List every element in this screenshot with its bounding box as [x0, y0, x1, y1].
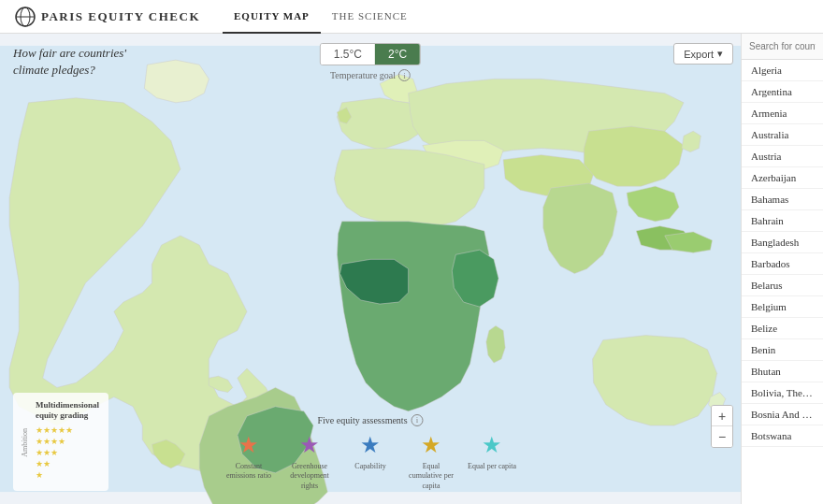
- legend-row-2: ★★: [36, 459, 99, 468]
- legend-row-5: ★★★★★: [36, 425, 99, 435]
- equity-star-purple: ★: [299, 432, 320, 458]
- page-title: How fair are countries' climate pledges?: [13, 45, 126, 79]
- list-item[interactable]: Bangladesh: [742, 232, 823, 253]
- temp-1-5-button[interactable]: 1.5°C: [321, 44, 375, 65]
- logo: PARIS EQUITY CHECK: [15, 7, 200, 27]
- legend-row-3: ★★★: [36, 448, 99, 457]
- list-item[interactable]: Algeria: [742, 60, 823, 81]
- equity-info-icon[interactable]: i: [412, 414, 424, 426]
- chevron-down-icon: ▾: [717, 48, 723, 60]
- equity-title: Five equity assessments i: [224, 414, 518, 426]
- equity-star-blue: ★: [360, 432, 381, 458]
- star-icon: ★★: [36, 459, 51, 468]
- list-item[interactable]: Austria: [742, 146, 823, 167]
- title-area: How fair are countries' climate pledges?: [13, 45, 126, 79]
- star-icon: ★★★: [36, 448, 58, 457]
- legend-row-1: ★: [36, 470, 99, 480]
- list-item[interactable]: Bahrain: [742, 210, 823, 232]
- main-content: How fair are countries' climate pledges?…: [0, 34, 823, 504]
- export-button[interactable]: Export ▾: [673, 43, 733, 65]
- temp-button-group: 1.5°C 2°C: [320, 43, 421, 65]
- sidebar: Algeria Argentina Armenia Australia Aust…: [741, 34, 823, 504]
- list-item[interactable]: Botswana: [742, 425, 823, 447]
- list-item[interactable]: Belgium: [742, 296, 823, 318]
- list-item[interactable]: Azerbaijan: [742, 167, 823, 189]
- equity-star-orange: ★: [238, 432, 259, 458]
- equity-label-capability: Capability: [354, 462, 385, 471]
- list-item[interactable]: Benin: [742, 339, 823, 361]
- equity-icons: ★ Constant emissions ratio ★ Greenhouse …: [224, 432, 518, 491]
- equity-label-per-capita: Equal per capita: [468, 462, 516, 471]
- equity-item-greenhouse: ★ Greenhouse development rights: [284, 432, 336, 491]
- legend-row-4: ★★★★: [36, 437, 99, 446]
- list-item[interactable]: Argentina: [742, 81, 823, 103]
- list-item[interactable]: Australia: [742, 124, 823, 146]
- list-item[interactable]: Belarus: [742, 275, 823, 296]
- star-icon: ★★★★★: [36, 425, 73, 435]
- equity-label-cumulative: Equal cumulative per capita: [406, 462, 457, 491]
- logo-icon: [15, 7, 36, 27]
- equity-star-gold: ★: [421, 432, 441, 458]
- temp-2-button[interactable]: 2°C: [375, 44, 420, 65]
- legend-stars: ★★★★★ ★★★★ ★★★ ★★ ★: [36, 425, 99, 480]
- equity-section: Five equity assessments i ★ Constant emi…: [224, 414, 518, 491]
- equity-item-cumulative: ★ Equal cumulative per capita: [406, 432, 457, 491]
- equity-item-capability: ★ Capability: [345, 432, 397, 471]
- equity-label-constant: Constant emissions ratio: [224, 462, 275, 482]
- list-item[interactable]: Armenia: [742, 103, 823, 124]
- list-item[interactable]: Bahamas: [742, 189, 823, 210]
- temperature-controls: 1.5°C 2°C Temperature goal i: [320, 43, 421, 81]
- list-item[interactable]: Barbados: [742, 253, 823, 275]
- legend: Ambition Multidimensionalequity grading …: [13, 393, 108, 491]
- legend-ambition-label: Ambition: [21, 428, 29, 457]
- equity-label-greenhouse: Greenhouse development rights: [284, 462, 336, 491]
- list-item[interactable]: Bolivia, The Plurin...: [742, 382, 823, 404]
- map-area: How fair are countries' climate pledges?…: [0, 34, 741, 504]
- country-list: Algeria Argentina Armenia Australia Aust…: [742, 60, 823, 447]
- list-item[interactable]: Bhutan: [742, 361, 823, 382]
- equity-item-per-capita: ★ Equal per capita: [467, 432, 518, 471]
- nav-equity-map[interactable]: EQUITY MAP: [223, 0, 321, 34]
- legend-title: Multidimensionalequity grading: [36, 400, 99, 422]
- temp-goal-label: Temperature goal i: [330, 69, 411, 81]
- search-input[interactable]: [742, 34, 823, 60]
- list-item[interactable]: Bosnia And Herzeg...: [742, 404, 823, 425]
- star-icon: ★: [36, 470, 43, 480]
- zoom-controls: + −: [711, 405, 733, 448]
- star-icon: ★★★★: [36, 437, 65, 446]
- list-item[interactable]: Belize: [742, 318, 823, 339]
- zoom-in-button[interactable]: +: [712, 406, 732, 426]
- equity-item-constant: ★ Constant emissions ratio: [224, 432, 275, 482]
- nav-the-science[interactable]: THE SCIENCE: [321, 0, 419, 34]
- temp-info-icon[interactable]: i: [398, 69, 411, 81]
- header: PARIS EQUITY CHECK EQUITY MAP THE SCIENC…: [0, 0, 823, 34]
- equity-star-cyan: ★: [482, 432, 502, 458]
- zoom-out-button[interactable]: −: [712, 426, 732, 447]
